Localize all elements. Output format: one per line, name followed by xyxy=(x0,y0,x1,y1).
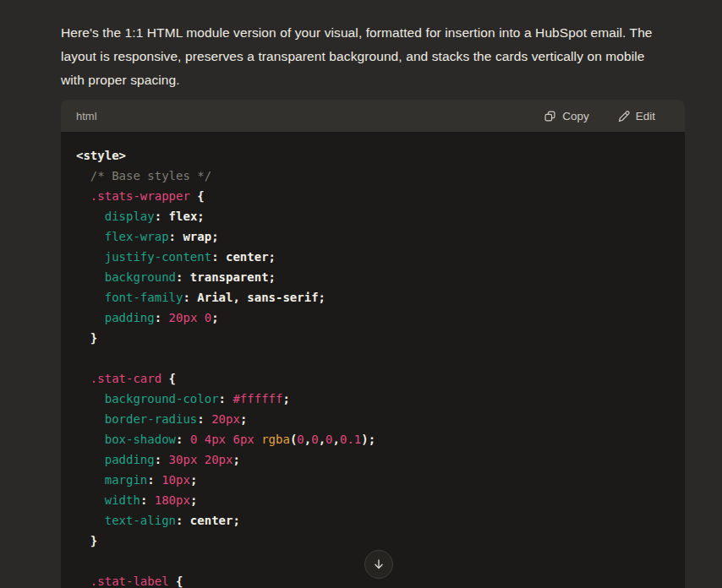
code-line: <style> xyxy=(76,145,670,166)
code-block-actions: Copy Edit xyxy=(544,110,655,122)
code-block: html Copy Edit xyxy=(61,100,685,588)
edit-button[interactable]: Edit xyxy=(617,110,655,122)
code-line: padding: 20px 0; xyxy=(76,308,670,328)
code-line: text-align: center; xyxy=(76,510,670,531)
code-line: justify-content: center; xyxy=(76,247,670,267)
assistant-message-line: Here's the 1:1 HTML module version of yo… xyxy=(61,21,686,45)
code-line: border-radius: 20px; xyxy=(76,409,670,429)
code-line: .stat-card { xyxy=(76,368,670,389)
code-line: /* Base styles */ xyxy=(76,166,670,186)
assistant-message-line: with proper spacing. xyxy=(61,68,686,92)
code-line: background-color: #ffffff; xyxy=(76,389,670,409)
code-line: .stats-wrapper { xyxy=(76,186,670,206)
copy-icon xyxy=(544,110,556,122)
code-content: <style> /* Base styles */ .stats-wrapper… xyxy=(61,132,685,588)
code-line: margin: 10px; xyxy=(76,470,670,490)
code-line: font-family: Arial, sans-serif; xyxy=(76,287,670,308)
code-line: } xyxy=(76,531,670,551)
assistant-message: Here's the 1:1 HTML module version of yo… xyxy=(61,21,686,92)
code-block-header: html Copy Edit xyxy=(61,100,685,132)
code-line: padding: 30px 20px; xyxy=(76,449,670,470)
code-line: background: transparent; xyxy=(76,267,670,287)
code-line xyxy=(76,348,670,368)
code-line: display: flex; xyxy=(76,206,670,226)
arrow-down-icon xyxy=(372,558,386,571)
assistant-message-line: layout is responsive, preserves a transp… xyxy=(61,45,686,68)
scroll-to-bottom-button[interactable] xyxy=(364,550,393,579)
copy-button-label: Copy xyxy=(562,110,589,122)
code-line: flex-wrap: wrap; xyxy=(76,226,670,247)
code-line: } xyxy=(76,328,670,348)
code-language-label: html xyxy=(76,110,97,122)
edit-icon xyxy=(617,110,630,122)
code-line: box-shadow: 0 4px 6px rgba(0,0,0,0.1); xyxy=(76,429,670,449)
edit-button-label: Edit xyxy=(636,110,655,122)
code-line: width: 180px; xyxy=(76,490,670,510)
copy-button[interactable]: Copy xyxy=(544,110,589,122)
